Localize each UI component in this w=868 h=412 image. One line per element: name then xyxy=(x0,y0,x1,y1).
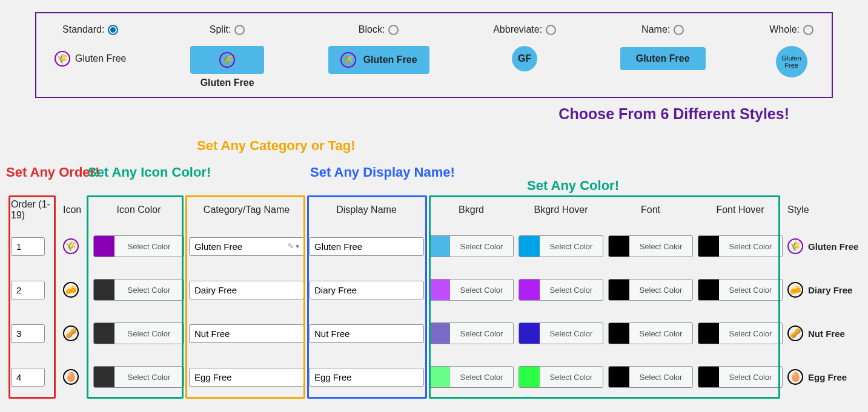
radio-name[interactable] xyxy=(674,25,684,35)
bkgrd-hover-color-button[interactable]: Select Color xyxy=(518,322,603,344)
select-color-label: Select Color xyxy=(719,373,782,382)
table-header: Order (1-19) Icon Icon Color Category/Ta… xyxy=(5,195,863,224)
style-label: Abbreviate: xyxy=(493,24,542,35)
styles-panel: Standard: 🌾 Gluten Free Split: 🌾 Gluten … xyxy=(35,12,833,98)
preview-text: GF xyxy=(518,53,531,64)
style-preview: 🌾Gluten Free xyxy=(787,238,868,254)
dairy-icon: 🧀 xyxy=(63,282,79,298)
radio-standard[interactable] xyxy=(108,25,118,35)
order-input[interactable] xyxy=(11,237,45,256)
style-label: Standard: xyxy=(62,24,104,35)
bkgrd-color-button[interactable]: Select Color xyxy=(429,279,514,301)
settings-table: Order (1-19) Icon Icon Color Category/Ta… xyxy=(5,195,863,399)
table-row: 🌾Select Color✎ ▾Select ColorSelect Color… xyxy=(5,224,863,268)
font-hover-color-button[interactable]: Select Color xyxy=(698,235,783,257)
order-input[interactable] xyxy=(11,324,45,343)
bkgrd-color-button[interactable]: Select Color xyxy=(429,235,514,257)
preview-whole: Gluten Free xyxy=(776,46,807,77)
annot-display-name: Set Any Display Name! xyxy=(310,164,455,181)
radio-split[interactable] xyxy=(234,25,245,35)
font-color-button[interactable]: Select Color xyxy=(608,366,693,388)
bkgrd-hover-color-button[interactable]: Select Color xyxy=(518,366,603,388)
bkgrd-color-button[interactable]: Select Color xyxy=(429,366,514,388)
font-hover-color-button[interactable]: Select Color xyxy=(698,366,783,388)
color-swatch xyxy=(698,236,719,257)
order-input[interactable] xyxy=(11,281,45,299)
color-swatch xyxy=(519,367,540,387)
h-category: Category/Tag Name xyxy=(189,204,304,215)
category-input[interactable] xyxy=(189,324,304,343)
select-color-label: Select Color xyxy=(114,373,184,382)
icon-color-button[interactable]: Select Color xyxy=(93,322,184,344)
h-icon: Icon xyxy=(63,204,88,215)
font-hover-color-button[interactable]: Select Color xyxy=(698,279,783,301)
style-label: Block: xyxy=(359,24,385,35)
select-color-label: Select Color xyxy=(719,286,782,295)
font-hover-color-button[interactable]: Select Color xyxy=(698,322,783,344)
category-input[interactable] xyxy=(189,281,304,299)
select-color-label: Select Color xyxy=(629,329,692,338)
style-option-abbreviate: Abbreviate: GF xyxy=(493,24,556,71)
select-color-label: Select Color xyxy=(719,242,782,251)
color-swatch xyxy=(698,367,719,387)
color-swatch xyxy=(94,280,114,300)
annot-any-color: Set Any Color! xyxy=(527,177,619,194)
icon-color-button[interactable]: Select Color xyxy=(93,366,184,388)
h-display: Display Name xyxy=(309,204,424,215)
egg-icon: 🥚 xyxy=(787,369,803,385)
icon-color-button[interactable]: Select Color xyxy=(93,279,184,301)
radio-block[interactable] xyxy=(388,25,399,35)
style-preview-text: Nut Free xyxy=(808,329,845,339)
display-input[interactable] xyxy=(309,324,424,343)
annot-order: Set Any Order! xyxy=(6,164,99,181)
wheat-icon: 🌾 xyxy=(63,238,79,254)
select-color-label: Select Color xyxy=(540,286,603,295)
display-input[interactable] xyxy=(309,368,424,387)
color-swatch xyxy=(429,323,450,344)
display-input[interactable] xyxy=(309,237,424,256)
font-color-button[interactable]: Select Color xyxy=(608,235,693,257)
style-preview-text: Gluten Free xyxy=(808,241,858,252)
radio-whole[interactable] xyxy=(803,25,813,35)
preview-text: Gluten Free xyxy=(363,54,417,65)
style-preview: 🧀Diary Free xyxy=(787,282,868,298)
radio-abbreviate[interactable] xyxy=(546,25,556,35)
category-input[interactable] xyxy=(189,237,304,256)
font-color-button[interactable]: Select Color xyxy=(608,322,693,344)
preview-text: Gluten Free xyxy=(75,53,126,64)
color-swatch xyxy=(429,367,450,387)
dairy-icon: 🧀 xyxy=(787,282,803,298)
bkgrd-hover-color-button[interactable]: Select Color xyxy=(518,279,603,301)
table-row: 🥚Select ColorSelect ColorSelect ColorSel… xyxy=(5,355,863,399)
style-option-standard: Standard: 🌾 Gluten Free xyxy=(55,24,126,71)
bkgrd-color-button[interactable]: Select Color xyxy=(429,322,514,344)
h-bkgrd: Bkgrd xyxy=(429,204,514,215)
select-color-label: Select Color xyxy=(114,329,184,338)
select-color-label: Select Color xyxy=(114,242,184,251)
select-color-label: Select Color xyxy=(114,286,184,295)
font-color-button[interactable]: Select Color xyxy=(608,279,693,301)
color-swatch xyxy=(94,367,114,387)
color-swatch xyxy=(609,280,629,300)
category-input[interactable] xyxy=(189,368,304,387)
color-swatch xyxy=(429,236,450,257)
icon-color-button[interactable]: Select Color xyxy=(93,235,184,257)
style-preview: 🥚Egg Free xyxy=(787,369,868,385)
wheat-icon: 🌾 xyxy=(55,51,70,67)
select-color-label: Select Color xyxy=(450,329,513,338)
color-swatch xyxy=(429,280,450,300)
select-color-label: Select Color xyxy=(629,242,692,251)
autofill-icon: ✎ ▾ xyxy=(288,242,299,250)
bkgrd-hover-color-button[interactable]: Select Color xyxy=(518,235,603,257)
preview-block: 🌾 Gluten Free xyxy=(328,46,429,74)
style-label: Name: xyxy=(641,24,670,35)
h-font: Font xyxy=(608,204,693,215)
wheat-icon: 🌾 xyxy=(340,52,356,68)
annotations: Set Any Order! Set Any Icon Color! Set A… xyxy=(0,135,868,195)
select-color-label: Select Color xyxy=(450,373,513,382)
order-input[interactable] xyxy=(11,368,45,387)
color-swatch xyxy=(698,323,719,344)
display-input[interactable] xyxy=(309,281,424,299)
annot-category: Set Any Category or Tag! xyxy=(197,137,356,154)
style-label: Split: xyxy=(210,24,231,35)
